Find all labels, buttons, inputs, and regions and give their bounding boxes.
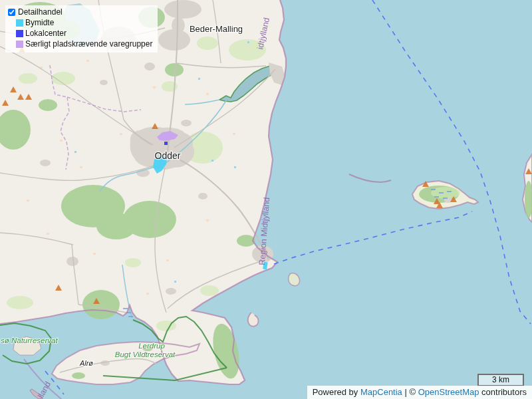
naturreservat-label: sø Naturreservat: [1, 336, 58, 344]
odder-lokalcenter-marker: [164, 142, 168, 145]
lokalcenter-swatch: [16, 30, 23, 37]
small-island: [289, 273, 300, 286]
detailhandel-checkbox[interactable]: [8, 9, 15, 16]
alro-label: Alrø: [79, 359, 93, 367]
legend-item-lokalcenter: Lokalcenter: [16, 29, 152, 39]
attribution-suffix: contributors: [481, 387, 527, 397]
legend-item-bymidte: Bymidte: [16, 18, 152, 28]
lerdrup-label-line1: Lerdrup: [138, 342, 165, 350]
attribution-separator: | ©: [404, 387, 416, 397]
lerdrup-label-line2: Bugt Vildtreservat: [115, 350, 176, 358]
odder-label: Odder: [155, 150, 181, 161]
attribution-bar: Powered by MapCentia | © OpenStreetMap c…: [307, 386, 532, 399]
legend-item-label: Særligt pladskrævende varegrupper: [25, 39, 152, 49]
attribution-prefix: Powered by: [313, 387, 358, 397]
map-canvas[interactable]: Odder Beder-Malling Alrø Region Midtjyll…: [0, 0, 532, 399]
legend-title: Detailhandel: [18, 7, 63, 17]
openstreetmap-link[interactable]: OpenStreetMap: [418, 387, 479, 397]
legend-item-pladskraevende: Særligt pladskrævende varegrupper: [16, 39, 152, 49]
legend-item-label: Bymidte: [25, 18, 54, 28]
map-page: Odder Beder-Malling Alrø Region Midtjyll…: [0, 0, 532, 399]
legend-panel: Detailhandel Bymidte Lokalcenter Særligt…: [5, 5, 158, 53]
scale-bar: 3 km: [477, 374, 524, 386]
pladskraevende-swatch: [16, 41, 23, 48]
legend-item-label: Lokalcenter: [25, 29, 66, 39]
scale-label: 3 km: [492, 375, 509, 384]
mapcentia-link[interactable]: MapCentia: [360, 387, 402, 397]
beder-malling-label: Beder-Malling: [190, 24, 243, 34]
bymidte-swatch: [16, 19, 23, 27]
